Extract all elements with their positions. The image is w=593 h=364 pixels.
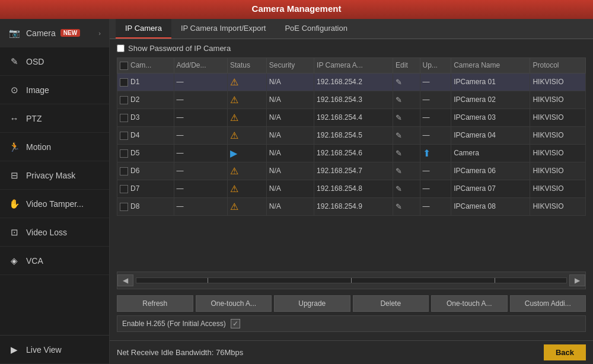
cell-status: ⚠ [227, 180, 266, 197]
cell-edit[interactable]: ✎ [393, 91, 420, 108]
cell-id: D6 [117, 162, 174, 180]
upgrade-button[interactable]: Upgrade [274, 295, 350, 312]
cell-edit[interactable]: ✎ [393, 144, 420, 162]
arrow-icon: › [98, 30, 101, 37]
show-password-row: Show Password of IP Camera [117, 44, 586, 53]
cell-security: N/A [266, 91, 314, 108]
tab-ip-camera-import[interactable]: IP Camera Import/Export [171, 19, 276, 39]
cell-ip: 192.168.254.2 [314, 73, 393, 91]
scroll-track[interactable] [136, 277, 567, 283]
table-row[interactable]: D7 — ⚠ N/A 192.168.254.8 ✎ — IPCamera 07… [117, 180, 586, 197]
sidebar-item-vca[interactable]: ◈ VCA [0, 247, 109, 275]
col-security: Security [266, 58, 314, 74]
up-dash: — [423, 131, 430, 139]
cell-name: Camera [451, 144, 530, 162]
motion-icon: 🏃 [8, 142, 20, 152]
cell-edit[interactable]: ✎ [393, 197, 420, 215]
cell-name: IPCamera 03 [451, 108, 530, 126]
custom-adding-button[interactable]: Custom Addi... [510, 295, 586, 312]
cell-id: D8 [117, 197, 174, 215]
table-row[interactable]: D3 — ⚠ N/A 192.168.254.4 ✎ — IPCamera 03… [117, 108, 586, 126]
tab-ip-camera[interactable]: IP Camera [116, 19, 171, 39]
h265-checkbox[interactable]: ✓ [231, 319, 240, 328]
cell-edit[interactable]: ✎ [393, 108, 420, 126]
one-touch-add-button[interactable]: One-touch A... [196, 295, 272, 312]
sidebar-item-privacy-mask[interactable]: ⊟ Privacy Mask [0, 161, 109, 190]
table-row[interactable]: D8 — ⚠ N/A 192.168.254.9 ✎ — IPCamera 08… [117, 197, 586, 215]
cell-ip: 192.168.254.4 [314, 108, 393, 126]
cell-security: N/A [266, 126, 314, 144]
table-row[interactable]: D5 — ▶ N/A 192.168.254.6 ✎ ⬆ Camera HIKV… [117, 144, 586, 162]
up-dash: — [423, 95, 430, 104]
cell-status: ⚠ [227, 126, 266, 144]
cell-security: N/A [266, 180, 314, 197]
delete-button[interactable]: Delete [353, 295, 429, 312]
sidebar-label-osd: OSD [26, 57, 44, 66]
sidebar-item-motion[interactable]: 🏃 Motion [0, 133, 109, 161]
cell-name: IPCamera 02 [451, 91, 530, 108]
col-status: Status [227, 58, 266, 74]
content-area: IP Camera IP Camera Import/Export PoE Co… [110, 19, 593, 364]
cell-protocol: HIKVISIO [530, 108, 586, 126]
col-name: Camera Name [451, 58, 530, 74]
up-dash: — [423, 78, 430, 86]
cell-up: — [420, 91, 451, 108]
cell-id: D4 [117, 126, 174, 144]
cell-add-del: — [174, 126, 227, 144]
sidebar-item-image[interactable]: ⊙ Image [0, 76, 109, 104]
osd-icon: ✎ [8, 56, 20, 67]
new-badge: NEW [60, 29, 80, 37]
cell-protocol: HIKVISIO [530, 144, 586, 162]
ptz-icon: ↔ [8, 113, 20, 123]
cell-edit[interactable]: ✎ [393, 126, 420, 144]
cell-security: N/A [266, 108, 314, 126]
cell-status: ⚠ [227, 197, 266, 215]
col-protocol: Protocol [530, 58, 586, 74]
col-up: Up... [420, 58, 451, 74]
cell-status: ⚠ [227, 73, 266, 91]
table-row[interactable]: D2 — ⚠ N/A 192.168.254.3 ✎ — IPCamera 02… [117, 91, 586, 108]
scroll-right-btn[interactable]: ▶ [569, 274, 585, 286]
cell-add-del: — [174, 144, 227, 162]
status-warning-icon: ⚠ [230, 77, 238, 87]
back-button[interactable]: Back [544, 344, 586, 360]
tab-poe-config[interactable]: PoE Configuration [275, 19, 357, 39]
sidebar-label-loss: Video Loss [26, 228, 67, 237]
cell-security: N/A [266, 197, 314, 215]
sidebar-item-osd[interactable]: ✎ OSD [0, 47, 109, 76]
tamper-icon: ✋ [8, 199, 20, 209]
cell-security: N/A [266, 73, 314, 91]
show-password-checkbox[interactable] [117, 44, 125, 52]
sidebar-item-camera[interactable]: 📷 Camera NEW › [0, 19, 109, 47]
sidebar-item-video-loss[interactable]: ⊡ Video Loss [0, 218, 109, 247]
scroll-bar[interactable]: ◀ ▶ [117, 272, 586, 289]
cell-id: D5 [117, 144, 174, 162]
sidebar-label-vca: VCA [26, 256, 43, 266]
cell-add-del: — [174, 73, 227, 91]
col-edit: Edit [393, 58, 420, 74]
table-row[interactable]: D4 — ⚠ N/A 192.168.254.5 ✎ — IPCamera 04… [117, 126, 586, 144]
refresh-button[interactable]: Refresh [117, 295, 193, 312]
cell-edit[interactable]: ✎ [393, 162, 420, 180]
table-row[interactable]: D6 — ⚠ N/A 192.168.254.7 ✎ — IPCamera 06… [117, 162, 586, 180]
up-dash: — [423, 113, 430, 122]
loss-icon: ⊡ [8, 227, 20, 238]
status-ok-icon: ▶ [230, 148, 237, 158]
sidebar-label-image: Image [26, 85, 49, 95]
sidebar-label-camera: Camera [26, 28, 56, 38]
cell-protocol: HIKVISIO [530, 197, 586, 215]
sidebar-item-live-view[interactable]: ▶ Live View [0, 336, 109, 364]
cell-protocol: HIKVISIO [530, 162, 586, 180]
col-cam: Cam... [117, 58, 174, 74]
scroll-left-btn[interactable]: ◀ [117, 274, 133, 286]
cell-security: N/A [266, 144, 314, 162]
cell-name: IPCamera 04 [451, 126, 530, 144]
sidebar-item-video-tamper[interactable]: ✋ Video Tamper... [0, 190, 109, 218]
sidebar-item-ptz[interactable]: ↔ PTZ [0, 104, 109, 133]
vca-icon: ◈ [8, 256, 20, 266]
privacy-icon: ⊟ [8, 170, 20, 181]
table-row[interactable]: D1 — ⚠ N/A 192.168.254.2 ✎ — IPCamera 01… [117, 73, 586, 91]
cell-edit[interactable]: ✎ [393, 180, 420, 197]
one-touch-activate-button[interactable]: One-touch A... [431, 295, 508, 312]
cell-edit[interactable]: ✎ [393, 73, 420, 91]
